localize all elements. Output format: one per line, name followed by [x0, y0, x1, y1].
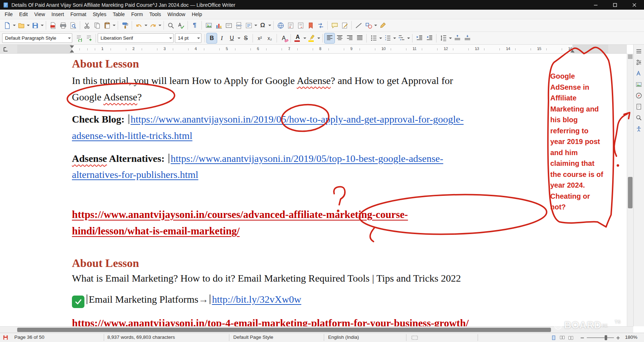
paste-dropdown[interactable]	[112, 20, 116, 30]
zoom-slider[interactable]	[587, 337, 614, 338]
font-size-combo[interactable]: 14 pt	[175, 33, 201, 43]
bullet-list-dropdown[interactable]	[379, 33, 382, 43]
adsense-alternatives-link-continued[interactable]: alternatives-for-publishers.html	[72, 169, 198, 180]
underline-button[interactable]: U	[227, 33, 237, 43]
bitly-link[interactable]: http://bit.ly/32vXw0w	[212, 294, 301, 305]
gallery-icon[interactable]	[635, 80, 643, 89]
menu-file[interactable]: File	[1, 10, 16, 18]
page-number-status[interactable]: Page 36 of 50	[14, 334, 44, 340]
minimize-button[interactable]	[586, 0, 605, 10]
highlight-dropdown[interactable]	[317, 33, 321, 43]
basic-shapes-icon[interactable]	[364, 20, 374, 30]
update-style-icon[interactable]	[74, 33, 84, 43]
zoom-slider-thumb[interactable]	[605, 335, 607, 340]
redo-dropdown[interactable]	[158, 20, 162, 30]
shapes-dropdown[interactable]	[374, 20, 377, 30]
insert-field-icon[interactable]	[244, 20, 254, 30]
font-color-dropdown[interactable]	[303, 33, 307, 43]
redo-icon[interactable]	[148, 20, 158, 30]
undo-dropdown[interactable]	[144, 20, 148, 30]
print-preview-icon[interactable]	[68, 20, 78, 30]
insert-chart-icon[interactable]	[214, 20, 224, 30]
adsense-alternatives-link[interactable]: https://www.anantvijaysoni.in/2019/05/to…	[171, 153, 443, 164]
document-canvas[interactable]: About Lesson In this tutorial, you will …	[0, 54, 627, 326]
clone-formatting-icon[interactable]	[120, 20, 130, 30]
course-link[interactable]: https://www.anantvijaysoni.in/courses/ad…	[72, 209, 408, 220]
align-right-button[interactable]	[345, 33, 355, 43]
zoom-level-status[interactable]: 180%	[625, 334, 638, 340]
properties-icon[interactable]	[635, 58, 643, 66]
new-document-icon[interactable]	[2, 20, 12, 30]
single-page-view-icon[interactable]	[551, 335, 556, 342]
insert-image-icon[interactable]	[204, 20, 214, 30]
menu-tools[interactable]: Tools	[146, 10, 164, 18]
check-blog-link[interactable]: https://www.anantvijaysoni.in/2019/05/ho…	[131, 114, 464, 125]
selection-mode-icon[interactable]	[411, 336, 418, 341]
zoom-out-icon[interactable]	[580, 336, 584, 341]
book-view-icon[interactable]	[568, 335, 574, 342]
special-character-icon[interactable]: Ω	[258, 20, 268, 30]
decrease-indent-icon[interactable]	[424, 33, 434, 43]
increase-indent-icon[interactable]	[414, 33, 424, 43]
underline-dropdown[interactable]	[237, 33, 241, 43]
menu-form[interactable]: Form	[128, 10, 146, 18]
right-indent-marker[interactable]	[570, 50, 575, 53]
styles-icon[interactable]	[635, 69, 643, 78]
paragraph-spacing-increase-icon[interactable]	[452, 33, 462, 43]
word-count-status[interactable]: 8,937 words, 69,803 characters	[107, 334, 175, 340]
spelling-icon[interactable]	[176, 20, 186, 30]
menu-table[interactable]: Table	[109, 10, 128, 18]
bullet-list-icon[interactable]	[369, 33, 379, 43]
accessibility-check-icon[interactable]	[635, 124, 643, 133]
print-icon[interactable]	[58, 20, 68, 30]
cut-icon[interactable]	[82, 20, 92, 30]
multi-page-view-icon[interactable]	[560, 335, 565, 342]
align-center-button[interactable]	[335, 33, 345, 43]
open-icon[interactable]	[16, 20, 26, 30]
paragraph-style-combo[interactable]: Default Paragraph Style	[2, 33, 72, 43]
menu-format[interactable]: Format	[67, 10, 89, 18]
vertical-scrollbar[interactable]	[627, 54, 633, 326]
check-blog-link-continued[interactable]: adsense-with-little-tricks.html	[72, 130, 192, 141]
insert-line-icon[interactable]	[353, 20, 364, 30]
save-dropdown[interactable]	[40, 20, 44, 30]
undo-icon[interactable]	[134, 20, 144, 30]
horizontal-scrollbar[interactable]	[0, 326, 633, 333]
page-style-status[interactable]: Default Page Style	[233, 334, 273, 340]
hyperlink-icon[interactable]	[275, 20, 286, 30]
numbered-list-dropdown[interactable]	[392, 33, 396, 43]
outline-list-icon[interactable]	[396, 33, 406, 43]
new-dropdown[interactable]	[12, 20, 16, 30]
vertical-scrollbar-thumb[interactable]	[628, 177, 633, 208]
page-panel-icon[interactable]	[635, 102, 643, 111]
language-status[interactable]: English (India)	[328, 334, 359, 340]
scrollbar-split-button[interactable]	[628, 54, 633, 59]
navigator-icon[interactable]	[635, 91, 643, 100]
line-spacing-icon[interactable]	[438, 33, 448, 43]
strikethrough-button[interactable]: S	[241, 33, 251, 43]
formatting-marks-icon[interactable]: ¶	[190, 20, 200, 30]
menu-view[interactable]: View	[31, 10, 48, 18]
paste-icon[interactable]	[102, 20, 112, 30]
export-pdf-icon[interactable]	[48, 20, 58, 30]
insert-textbox-icon[interactable]	[224, 20, 234, 30]
zoom-in-icon[interactable]	[616, 336, 620, 341]
highlight-color-button[interactable]	[307, 33, 317, 43]
sidebar-settings-icon[interactable]	[635, 47, 643, 55]
menu-edit[interactable]: Edit	[16, 10, 31, 18]
page-break-icon[interactable]	[234, 20, 244, 30]
special-character-dropdown[interactable]	[268, 20, 272, 30]
left-indent-marker[interactable]	[70, 50, 74, 53]
copy-icon[interactable]	[92, 20, 102, 30]
find-replace-icon[interactable]	[166, 20, 176, 30]
line-spacing-dropdown[interactable]	[448, 33, 452, 43]
save-icon[interactable]	[30, 20, 40, 30]
insert-footnote-icon[interactable]	[286, 20, 296, 30]
menu-insert[interactable]: Insert	[48, 10, 67, 18]
horizontal-ruler[interactable]: 12345678910111213141516	[0, 45, 627, 54]
insert-endnote-icon[interactable]	[296, 20, 306, 30]
insert-comment-icon[interactable]	[330, 20, 340, 30]
close-button[interactable]	[625, 0, 644, 10]
horizontal-scrollbar-thumb[interactable]	[17, 328, 551, 332]
menu-styles[interactable]: Styles	[89, 10, 109, 18]
